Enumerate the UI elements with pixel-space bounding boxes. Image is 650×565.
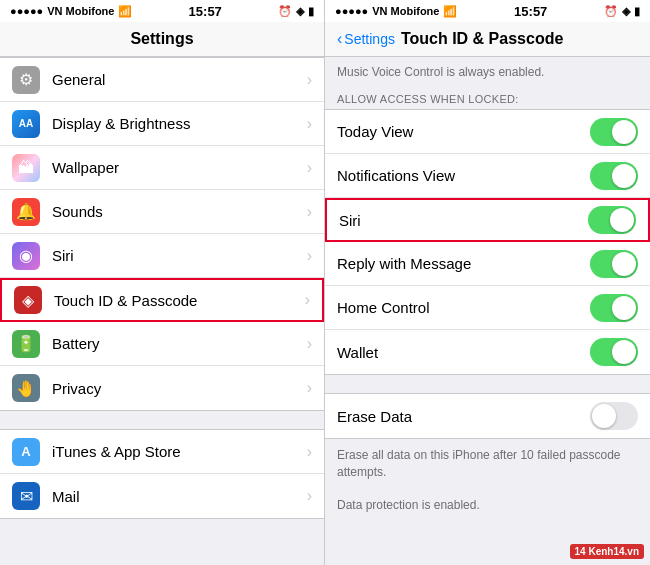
access-group: Today View Notifications View Siri bbox=[325, 109, 650, 375]
itunes-label: iTunes & App Store bbox=[52, 443, 307, 460]
back-button[interactable]: ‹ Settings bbox=[337, 30, 395, 48]
battery-label: Battery bbox=[52, 335, 307, 352]
mail-icon: ✉ bbox=[12, 482, 40, 510]
time-right: 15:57 bbox=[514, 4, 547, 19]
wifi-icon: 📶 bbox=[118, 5, 132, 18]
list-item-mail[interactable]: ✉ Mail › bbox=[0, 474, 324, 518]
erasedata-toggle-knob bbox=[592, 404, 616, 428]
wallet-toggle-knob bbox=[612, 340, 636, 364]
today-toggle-knob bbox=[612, 120, 636, 144]
section-gap-right bbox=[325, 375, 650, 393]
general-label: General bbox=[52, 71, 307, 88]
erasedata-label: Erase Data bbox=[337, 408, 590, 425]
list-item-sounds[interactable]: 🔔 Sounds › bbox=[0, 190, 324, 234]
today-toggle[interactable] bbox=[590, 118, 638, 146]
status-bar-left: ●●●●● VN Mobifone 📶 15:57 ⏰ ◈ ▮ bbox=[0, 0, 324, 22]
signal-dots-right: ●●●●● bbox=[335, 5, 368, 17]
battery-icon-right: ▮ bbox=[634, 5, 640, 18]
list-item-general[interactable]: ⚙ General › bbox=[0, 58, 324, 102]
list-item-display[interactable]: AA Display & Brightness › bbox=[0, 102, 324, 146]
signal-dots: ●●●●● bbox=[10, 5, 43, 17]
watermark-badge: 14 Kenh14.vn bbox=[570, 544, 644, 559]
left-nav-title: Settings bbox=[130, 30, 193, 47]
battery-chevron: › bbox=[307, 335, 312, 353]
section-gap-1 bbox=[0, 411, 324, 429]
reply-toggle[interactable] bbox=[590, 250, 638, 278]
bluetooth-icon: ◈ bbox=[296, 5, 304, 18]
wifi-icon-right: 📶 bbox=[443, 5, 457, 18]
detail-item-erasedata[interactable]: Erase Data bbox=[325, 394, 650, 438]
wallpaper-icon: 🏔 bbox=[12, 154, 40, 182]
siri-toggle[interactable] bbox=[588, 206, 636, 234]
notifications-toggle-knob bbox=[612, 164, 636, 188]
sounds-label: Sounds bbox=[52, 203, 307, 220]
general-chevron: › bbox=[307, 71, 312, 89]
privacy-label: Privacy bbox=[52, 380, 307, 397]
siri-icon: ◉ bbox=[12, 242, 40, 270]
detail-item-wallet[interactable]: Wallet bbox=[325, 330, 650, 374]
group-general: ⚙ General › AA Display & Brightness › 🏔 … bbox=[0, 57, 324, 411]
privacy-icon: 🤚 bbox=[12, 374, 40, 402]
list-item-privacy[interactable]: 🤚 Privacy › bbox=[0, 366, 324, 410]
siri-toggle-knob bbox=[610, 208, 634, 232]
sounds-chevron: › bbox=[307, 203, 312, 221]
left-panel: ●●●●● VN Mobifone 📶 15:57 ⏰ ◈ ▮ Settings… bbox=[0, 0, 325, 565]
siri-chevron: › bbox=[307, 247, 312, 265]
notifications-toggle[interactable] bbox=[590, 162, 638, 190]
detail-item-siri[interactable]: Siri bbox=[325, 198, 650, 242]
footer-note-2: Data protection is enabled. bbox=[325, 489, 650, 522]
list-item-itunes[interactable]: A iTunes & App Store › bbox=[0, 430, 324, 474]
reply-label: Reply with Message bbox=[337, 255, 590, 272]
list-item-touchid[interactable]: ◈ Touch ID & Passcode › bbox=[0, 278, 324, 322]
right-nav-bar: ‹ Settings Touch ID & Passcode bbox=[325, 22, 650, 57]
wallet-toggle[interactable] bbox=[590, 338, 638, 366]
itunes-chevron: › bbox=[307, 443, 312, 461]
touchid-label: Touch ID & Passcode bbox=[54, 292, 305, 309]
wallpaper-label: Wallpaper bbox=[52, 159, 307, 176]
notifications-label: Notifications View bbox=[337, 167, 590, 184]
detail-item-reply[interactable]: Reply with Message bbox=[325, 242, 650, 286]
homecontrol-toggle[interactable] bbox=[590, 294, 638, 322]
reply-toggle-knob bbox=[612, 252, 636, 276]
itunes-icon: A bbox=[12, 438, 40, 466]
display-icon: AA bbox=[12, 110, 40, 138]
settings-list: ⚙ General › AA Display & Brightness › 🏔 … bbox=[0, 57, 324, 565]
list-item-siri[interactable]: ◉ Siri › bbox=[0, 234, 324, 278]
homecontrol-label: Home Control bbox=[337, 299, 590, 316]
today-label: Today View bbox=[337, 123, 590, 140]
detail-item-homecontrol[interactable]: Home Control bbox=[325, 286, 650, 330]
touchid-chevron: › bbox=[305, 291, 310, 309]
music-note: Music Voice Control is always enabled. bbox=[325, 57, 650, 87]
list-item-wallpaper[interactable]: 🏔 Wallpaper › bbox=[0, 146, 324, 190]
allow-access-header: ALLOW ACCESS WHEN LOCKED: bbox=[325, 87, 650, 109]
back-chevron-icon: ‹ bbox=[337, 30, 342, 48]
right-panel: ●●●●● VN Mobifone 📶 15:57 ⏰ ◈ ▮ ‹ Settin… bbox=[325, 0, 650, 565]
right-nav-title: Touch ID & Passcode bbox=[401, 30, 563, 48]
detail-item-notifications[interactable]: Notifications View bbox=[325, 154, 650, 198]
detail-item-today[interactable]: Today View bbox=[325, 110, 650, 154]
siri-label: Siri bbox=[52, 247, 307, 264]
back-label: Settings bbox=[344, 31, 395, 47]
status-bar-right: ●●●●● VN Mobifone 📶 15:57 ⏰ ◈ ▮ bbox=[325, 0, 650, 22]
privacy-chevron: › bbox=[307, 379, 312, 397]
display-chevron: › bbox=[307, 115, 312, 133]
wallet-label: Wallet bbox=[337, 344, 590, 361]
footer-note-1: Erase all data on this iPhone after 10 f… bbox=[325, 439, 650, 489]
general-icon: ⚙ bbox=[12, 66, 40, 94]
left-nav-bar: Settings bbox=[0, 22, 324, 57]
homecontrol-toggle-knob bbox=[612, 296, 636, 320]
display-label: Display & Brightness bbox=[52, 115, 307, 132]
siri-detail-label: Siri bbox=[339, 212, 588, 229]
sounds-icon: 🔔 bbox=[12, 198, 40, 226]
status-left: ●●●●● VN Mobifone 📶 bbox=[10, 5, 132, 18]
status-right-right: ⏰ ◈ ▮ bbox=[604, 5, 640, 18]
erase-group: Erase Data bbox=[325, 393, 650, 439]
erasedata-toggle[interactable] bbox=[590, 402, 638, 430]
detail-list: Music Voice Control is always enabled. A… bbox=[325, 57, 650, 565]
alarm-icon-right: ⏰ bbox=[604, 5, 618, 18]
touchid-icon: ◈ bbox=[14, 286, 42, 314]
carrier-right: VN Mobifone bbox=[372, 5, 439, 17]
status-right-left: ●●●●● VN Mobifone 📶 bbox=[335, 5, 457, 18]
list-item-battery[interactable]: 🔋 Battery › bbox=[0, 322, 324, 366]
carrier-left: VN Mobifone bbox=[47, 5, 114, 17]
